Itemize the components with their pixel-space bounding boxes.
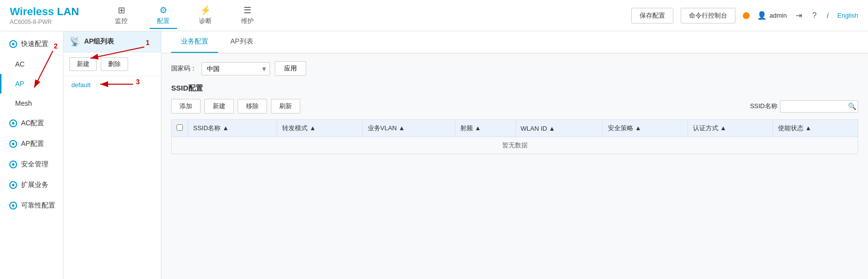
main-container: 快速配置 AC AP Mesh AC配置 AP配置 安全管理 扩展业务 可 (0, 31, 868, 279)
ssid-refresh-button[interactable]: 刷新 (271, 99, 300, 114)
quick-circle-icon (9, 40, 17, 48)
sidebar-item-ap-config[interactable]: AP配置 (0, 134, 63, 154)
ap-panel-actions: 新建 删除 (64, 52, 161, 76)
info-icon[interactable]: i (825, 10, 830, 22)
col-service-vlan-label: 业务VLAN ▲ (368, 124, 405, 132)
col-ssid-name[interactable]: SSID名称 ▲ (188, 120, 277, 137)
sidebar-reliable-label: 可靠性配置 (21, 201, 55, 210)
ssid-new-button[interactable]: 新建 (204, 99, 234, 114)
ssid-table-header-row: SSID名称 ▲ 转发模式 ▲ 业务VLAN ▲ 射频 ▲ WLAN ID ▲ (172, 120, 858, 137)
sidebar-item-mesh[interactable]: Mesh (0, 93, 63, 113)
sidebar-ap-label: AP (15, 80, 24, 88)
help-icon[interactable]: ? (811, 10, 818, 22)
maintain-icon: ☰ (244, 5, 251, 16)
status-indicator (743, 12, 750, 19)
content-tabs: 业务配置 AP列表 (161, 31, 868, 53)
search-input-wrap: 🔍 (780, 100, 858, 113)
ac-config-circle-icon (9, 119, 17, 127)
security-circle-icon (9, 161, 17, 168)
ap-panel-title: AP组列表 (84, 37, 114, 46)
sidebar-extend-label: 扩展业务 (21, 181, 48, 189)
app-title-lan: LAN (54, 5, 79, 18)
ssid-table-body: 暂无数据 (172, 137, 858, 154)
search-ssid-label: SSID名称 (750, 102, 778, 111)
col-auth-method[interactable]: 认证方式 ▲ (688, 120, 773, 137)
sidebar-item-extend[interactable]: 扩展业务 (0, 175, 63, 195)
nav-diagnose[interactable]: ⚡ 诊断 (192, 2, 219, 29)
nav-config-label: 配置 (157, 17, 170, 25)
tab-aplist[interactable]: AP列表 (221, 31, 263, 53)
header: Wireless LAN AC6005-8-PWR ⊞ 监控 ⚙ 配置 ⚡ 诊断… (0, 0, 868, 31)
wifi-icon: 📡 (69, 36, 80, 47)
col-security-policy[interactable]: 安全策略 ▲ (602, 120, 688, 137)
nav-config[interactable]: ⚙ 配置 (150, 2, 177, 29)
nav-diagnose-label: 诊断 (199, 17, 212, 25)
country-field-row: 国家码： 中国 ▾ 应用 (171, 61, 858, 76)
header-right: 保存配置 命令行控制台 👤 admin ⇥ ? i English (631, 8, 858, 23)
ssid-table-head: SSID名称 ▲ 转发模式 ▲ 业务VLAN ▲ 射频 ▲ WLAN ID ▲ (172, 120, 858, 137)
content-area: 业务配置 AP列表 国家码： 中国 ▾ 应用 SSID配置 添加 新建 (161, 31, 868, 279)
config-icon: ⚙ (159, 5, 167, 16)
select-all-checkbox[interactable] (177, 124, 183, 131)
logout-icon[interactable]: ⇥ (794, 9, 803, 22)
nav-maintain[interactable]: ☰ 维护 (234, 2, 261, 29)
cmd-console-button[interactable]: 命令行控制台 (681, 8, 735, 23)
monitor-icon: ⊞ (118, 5, 125, 16)
logo-area: Wireless LAN AC6005-8-PWR (10, 5, 88, 25)
ssid-search-area: SSID名称 🔍 (750, 100, 858, 113)
col-service-vlan[interactable]: 业务VLAN ▲ (362, 120, 455, 137)
sidebar-ac-config-label: AC配置 (21, 119, 44, 128)
ap-group-panel: 📡 AP组列表 新建 删除 default 1 (64, 31, 161, 279)
col-frequency[interactable]: 射频 ▲ (455, 120, 515, 137)
sidebar-item-ap[interactable]: AP (0, 74, 63, 93)
ap-panel-header: 📡 AP组列表 (64, 31, 161, 52)
diagnose-icon: ⚡ (200, 5, 211, 16)
col-frequency-label: 射频 ▲ (460, 124, 481, 132)
col-wlan-id-label: WLAN ID ▲ (521, 125, 556, 132)
ssid-remove-button[interactable]: 移除 (238, 99, 267, 114)
col-forward-mode-label: 转发模式 ▲ (282, 124, 315, 132)
search-input[interactable] (780, 100, 858, 113)
sidebar-item-ac[interactable]: AC (0, 54, 63, 74)
ssid-section-title: SSID配置 (171, 84, 858, 93)
sidebar-item-ac-config[interactable]: AC配置 (0, 113, 63, 134)
ssid-table: SSID名称 ▲ 转发模式 ▲ 业务VLAN ▲ 射频 ▲ WLAN ID ▲ (171, 119, 858, 154)
ap-group-default[interactable]: default (64, 76, 161, 93)
sidebar-item-security[interactable]: 安全管理 (0, 154, 63, 175)
col-status-label: 使能状态 ▲ (778, 124, 811, 132)
sidebar-item-quick[interactable]: 快速配置 (0, 34, 63, 54)
nav-monitor[interactable]: ⊞ 监控 (108, 2, 135, 29)
country-select-wrap: 中国 ▾ (201, 62, 270, 75)
col-status[interactable]: 使能状态 ▲ (773, 120, 858, 137)
sidebar-item-reliable[interactable]: 可靠性配置 (0, 195, 63, 216)
sidebar-quick-label: 快速配置 (21, 40, 48, 48)
app-title-wireless: Wireless (10, 5, 54, 18)
ssid-actions-row: 添加 新建 移除 刷新 SSID名称 🔍 (171, 99, 858, 114)
col-auth-method-label: 认证方式 ▲ (693, 124, 726, 132)
app-title: Wireless LAN (10, 5, 88, 18)
user-info: 👤 admin (757, 11, 786, 20)
app-subtitle: AC6005-8-PWR (10, 19, 88, 25)
col-checkbox (172, 120, 188, 137)
col-security-policy-label: 安全策略 ▲ (608, 124, 641, 132)
tab-service[interactable]: 业务配置 (171, 31, 218, 53)
col-forward-mode[interactable]: 转发模式 ▲ (277, 120, 362, 137)
user-icon: 👤 (757, 11, 767, 20)
language-selector[interactable]: English (837, 12, 858, 19)
country-select[interactable]: 中国 (201, 62, 270, 75)
country-label: 国家码： (171, 64, 197, 73)
ssid-add-button[interactable]: 添加 (171, 99, 200, 114)
search-button[interactable]: 🔍 (848, 102, 856, 110)
new-ap-button[interactable]: 新建 (69, 57, 97, 71)
save-config-button[interactable]: 保存配置 (631, 8, 673, 23)
delete-ap-button[interactable]: 删除 (101, 57, 128, 71)
nav-monitor-label: 监控 (115, 17, 128, 25)
sidebar-security-label: 安全管理 (21, 160, 48, 169)
sidebar: 快速配置 AC AP Mesh AC配置 AP配置 安全管理 扩展业务 可 (0, 31, 64, 279)
apply-button[interactable]: 应用 (275, 61, 306, 76)
extend-circle-icon (9, 181, 17, 189)
col-wlan-id[interactable]: WLAN ID ▲ (515, 120, 602, 137)
reliable-circle-icon (9, 202, 17, 209)
sidebar-ap-config-label: AP配置 (21, 140, 44, 148)
col-ssid-name-label: SSID名称 ▲ (193, 124, 229, 132)
